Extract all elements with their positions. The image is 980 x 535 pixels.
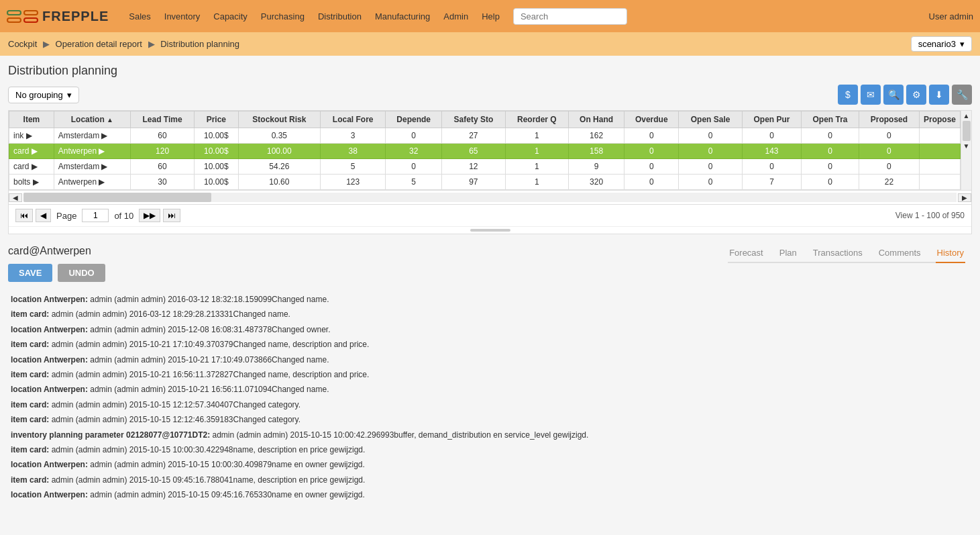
history-entry: item card: admin (admin admin) 2015-10-2… <box>11 368 969 381</box>
table-cell: 0 <box>624 159 679 175</box>
table-cell: 30 <box>131 175 195 190</box>
table-row[interactable]: card ▶Amsterdam ▶6010.00$54.265012190000… <box>9 159 961 175</box>
table-cell: 38 <box>321 144 386 159</box>
page-first-btn[interactable]: ⏮ <box>15 209 33 222</box>
data-table: Item Location ▲ Lead Time Price Stockout… <box>9 111 961 190</box>
col-item[interactable]: Item <box>9 111 54 128</box>
tab-comments[interactable]: Comments <box>877 245 922 263</box>
table-cell: 22 <box>859 175 919 190</box>
history-entry: location Antwerpen: admin (admin admin) … <box>11 293 969 306</box>
col-reorderq[interactable]: Reorder Q <box>505 111 568 128</box>
scroll-up-btn[interactable]: ▲ <box>963 112 970 119</box>
message-icon-button[interactable]: ✉ <box>861 85 881 105</box>
table-cell: 0 <box>624 128 679 144</box>
logo[interactable]: FREPPLE <box>7 9 109 24</box>
search-icon-button[interactable]: 🔍 <box>883 85 904 105</box>
grouping-button[interactable]: No grouping ▾ <box>8 87 79 103</box>
table-cell: Amsterdam ▶ <box>54 159 130 175</box>
table-cell: 3 <box>321 128 386 144</box>
page-last-btn[interactable]: ⏭ <box>163 209 180 222</box>
table-cell: 10.00$ <box>195 128 238 144</box>
page-prev-btn[interactable]: ◀ <box>36 209 51 222</box>
col-location[interactable]: Location ▲ <box>54 111 130 128</box>
col-overdue[interactable]: Overdue <box>624 111 679 128</box>
table-cell <box>919 128 960 144</box>
nav-admin[interactable]: Admin <box>437 0 475 32</box>
page-next-btn[interactable]: ▶▶ <box>139 209 160 222</box>
detail-panel: card@Antwerpen SAVE UNDO Forecast Plan T… <box>8 245 972 501</box>
table-cell: Antwerpen ▶ <box>54 175 130 190</box>
history-entry: inventory planning parameter 02128077@10… <box>11 428 969 442</box>
nav-purchasing[interactable]: Purchasing <box>254 0 311 32</box>
nav-sales[interactable]: Sales <box>122 0 158 32</box>
col-propose2[interactable]: Propose <box>919 111 960 128</box>
scroll-right-btn[interactable]: ▶ <box>958 193 971 202</box>
table-cell: 27 <box>442 128 505 144</box>
col-onhand[interactable]: On Hand <box>569 111 624 128</box>
horizontal-scrollbar-thumb <box>23 193 211 202</box>
history-entry: item card: admin (admin admin) 2015-10-1… <box>11 473 969 487</box>
table-row[interactable]: card ▶Antwerpen ▶12010.00$100.0038326511… <box>9 144 961 159</box>
tab-forecast[interactable]: Forecast <box>728 245 765 263</box>
history-log: location Antwerpen: admin (admin admin) … <box>8 293 972 501</box>
table-row[interactable]: ink ▶Amsterdam ▶6010.00$0.35302711620000… <box>9 128 961 144</box>
tab-history[interactable]: History <box>936 245 965 263</box>
page-number-input[interactable]: 1 <box>82 209 109 222</box>
col-safetysto[interactable]: Safety Sto <box>442 111 505 128</box>
detail-tabs: Forecast Plan Transactions Comments Hist… <box>728 245 965 263</box>
table-cell: ink ▶ <box>9 128 54 144</box>
col-stockout[interactable]: Stockout Risk <box>238 111 321 128</box>
nav-manufacturing[interactable]: Manufacturing <box>368 0 437 32</box>
search-input[interactable] <box>513 8 627 25</box>
currency-icon-button[interactable]: $ <box>838 85 858 105</box>
tab-plan[interactable]: Plan <box>778 245 798 263</box>
table-cell: 0.35 <box>238 128 321 144</box>
breadcrumb-cockpit[interactable]: Cockpit <box>8 39 37 49</box>
nav-distribution[interactable]: Distribution <box>311 0 368 32</box>
download-icon-button[interactable]: ⬇ <box>929 85 949 105</box>
scroll-left-btn[interactable]: ◀ <box>9 193 22 202</box>
scenario-dropdown[interactable]: scenario3 ▾ <box>911 36 972 52</box>
table-cell: 162 <box>569 128 624 144</box>
nav-help[interactable]: Help <box>475 0 506 32</box>
table-cell: 0 <box>802 128 859 144</box>
table-cell: 0 <box>679 144 742 159</box>
table-cell: 1 <box>505 175 568 190</box>
scroll-down-btn[interactable]: ▼ <box>963 142 970 150</box>
col-depende[interactable]: Depende <box>386 111 442 128</box>
table-row[interactable]: bolts ▶Antwerpen ▶3010.00$10.60123597132… <box>9 175 961 190</box>
table-cell: card ▶ <box>9 144 54 159</box>
table-header-row: Item Location ▲ Lead Time Price Stockout… <box>9 111 961 128</box>
history-entry: item card: admin (admin admin) 2015-10-1… <box>11 443 969 456</box>
drag-handle[interactable] <box>470 229 510 232</box>
save-button[interactable]: SAVE <box>8 264 52 282</box>
wrench-icon-button[interactable]: 🔧 <box>952 85 972 105</box>
col-leadtime[interactable]: Lead Time <box>131 111 195 128</box>
toolbar-row: No grouping ▾ $ ✉ 🔍 ⚙ ⬇ 🔧 <box>8 85 972 105</box>
history-entry: item card: admin (admin admin) 2015-10-1… <box>11 413 969 426</box>
col-localfore[interactable]: Local Fore <box>321 111 386 128</box>
col-openpur[interactable]: Open Pur <box>742 111 801 128</box>
table-cell: 158 <box>569 144 624 159</box>
logo-text: FREPPLE <box>42 9 109 24</box>
table-cell: 10.00$ <box>195 159 238 175</box>
vertical-scrollbar-thumb <box>963 121 971 141</box>
nav-capacity[interactable]: Capacity <box>207 0 254 32</box>
scenario-label: scenario3 <box>918 39 956 49</box>
col-opensale[interactable]: Open Sale <box>679 111 742 128</box>
col-opentra[interactable]: Open Tra <box>802 111 859 128</box>
table-cell: 60 <box>131 128 195 144</box>
breadcrumb-distribution-planning[interactable]: Distribution planning <box>160 39 239 49</box>
settings-icon-button[interactable]: ⚙ <box>906 85 926 105</box>
history-entry: location Antwerpen: admin (admin admin) … <box>11 383 969 396</box>
undo-button[interactable]: UNDO <box>58 264 105 282</box>
col-price[interactable]: Price <box>195 111 238 128</box>
col-proposed[interactable]: Proposed <box>859 111 919 128</box>
breadcrumb-operation-detail[interactable]: Operation detail report <box>56 39 142 49</box>
nav-inventory[interactable]: Inventory <box>158 0 207 32</box>
history-entry: item card: admin (admin admin) 2015-10-1… <box>11 398 969 411</box>
main-content: Distribution planning No grouping ▾ $ ✉ … <box>0 56 980 511</box>
tab-transactions[interactable]: Transactions <box>812 245 864 263</box>
view-count-label: View 1 - 100 of 950 <box>895 211 965 220</box>
table-cell <box>919 144 960 159</box>
